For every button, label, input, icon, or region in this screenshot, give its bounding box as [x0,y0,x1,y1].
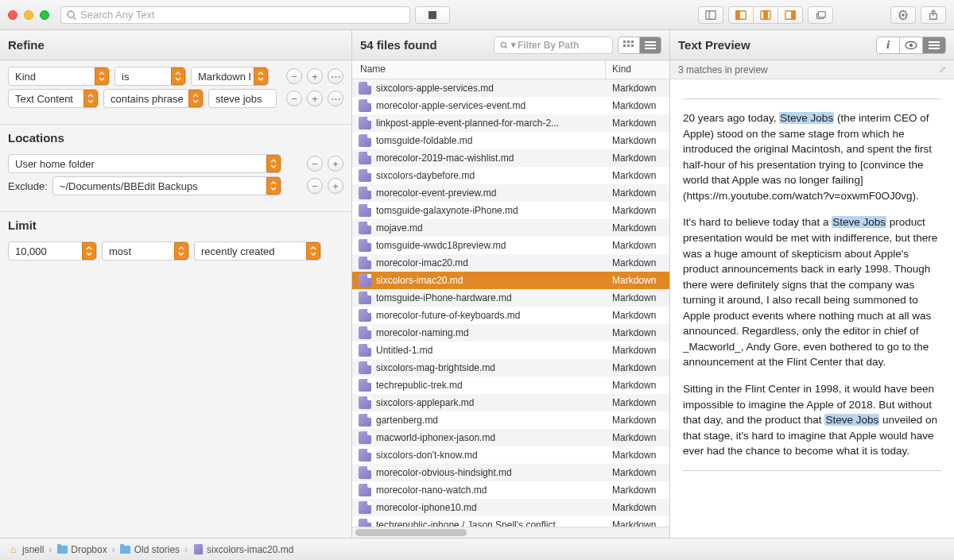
file-row[interactable]: morecolor-obvious-hindsight.mdMarkdown [352,464,669,481]
file-kind: Markdown [606,83,669,94]
file-row[interactable]: tomsguide-wwdc18preview.mdMarkdown [352,237,669,254]
stop-button[interactable] [415,6,450,24]
file-row[interactable]: sixcolors-applepark.mdMarkdown [352,394,669,411]
files-list[interactable]: sixcolors-apple-services.mdMarkdownmorec… [352,79,669,527]
info-view-button[interactable]: i [876,37,900,54]
file-kind: Markdown [606,310,669,321]
kind-field-select[interactable]: Kind [8,67,110,86]
expand-icon[interactable]: ⤢ [939,64,946,75]
file-row[interactable]: techrepublic-iphone / Jason Snell's conf… [352,516,669,527]
file-row[interactable]: Untitled-1.mdMarkdown [352,342,669,359]
text-value-input[interactable]: steve jobs [208,89,277,108]
quicklook-button[interactable] [899,37,923,54]
file-row[interactable]: morecolor-nano-watch.mdMarkdown [352,481,669,499]
add-exclude-button[interactable]: + [328,178,343,194]
remove-location-button[interactable]: − [307,156,323,172]
list-view-button[interactable] [639,37,661,54]
kind-op-select[interactable]: is [114,67,186,86]
file-row[interactable]: tomsguide-foldable.mdMarkdown [352,132,669,149]
filter-path-input[interactable]: ▾ Filter By Path [494,37,613,54]
file-row[interactable]: sixcolors-don't-know.mdMarkdown [352,446,669,464]
file-kind: Markdown [606,415,669,426]
grid-view-button[interactable] [618,37,640,54]
path-segment[interactable]: Dropbox [71,544,107,555]
remove-exclude-button[interactable]: − [307,178,323,194]
file-row[interactable]: mojave.mdMarkdown [352,219,669,237]
add-rule-button[interactable]: + [307,91,323,106]
add-rule-button[interactable]: + [307,68,323,84]
layout-left-button[interactable] [728,6,754,24]
svg-rect-5 [736,10,739,19]
file-icon [359,501,371,514]
limit-mode-select[interactable]: recently created [194,241,321,261]
file-kind: Markdown [606,380,669,391]
horizontal-scrollbar[interactable] [352,527,669,538]
exclude-select[interactable]: ~/Documents/BBEdit Backups [52,176,281,195]
sidebar-toggle-button[interactable] [698,6,723,24]
file-row[interactable]: macworld-iphonex-jason.mdMarkdown [352,429,669,446]
column-header-kind[interactable]: Kind [606,60,669,79]
kind-value-select[interactable]: Markdown D [191,67,269,86]
file-row[interactable]: sixcolors-imac20.mdMarkdown [352,272,669,289]
file-kind: Markdown [606,240,669,251]
file-row[interactable]: morecolor-imac20.mdMarkdown [352,254,669,272]
file-row[interactable]: sixcolors-daybefore.mdMarkdown [352,167,669,184]
file-row[interactable]: sixcolors-apple-services.mdMarkdown [352,79,669,97]
file-row[interactable]: gartenberg.mdMarkdown [352,411,669,429]
text-view-button[interactable] [922,37,946,54]
path-segment[interactable]: sixcolors-imac20.md [207,544,293,555]
dropdown-arrow-icon [306,242,320,260]
text-op-select[interactable]: contains phrase [103,89,204,108]
file-row[interactable]: tomsguide-galaxynote-iPhone.mdMarkdown [352,202,669,219]
file-row[interactable]: techrepublic-trek.mdMarkdown [352,377,669,394]
file-row[interactable]: morecolor-apple-services-event.mdMarkdow… [352,97,669,114]
window-toolbar: Search Any Text [0,0,954,30]
files-column-headers: Name Kind [352,60,669,79]
file-name: tomsguide-wwdc18preview.md [376,240,606,251]
file-row[interactable]: morecolor-event-preview.mdMarkdown [352,184,669,202]
path-segment[interactable]: jsnell [22,544,44,555]
filter-placeholder: Filter By Path [518,40,579,51]
folder-icon [56,544,68,555]
add-location-button[interactable]: + [328,156,343,172]
files-panel: 54 files found ▾ Filter By Path N [352,30,670,538]
scrollbar-thumb[interactable] [355,529,467,536]
svg-rect-29 [929,44,940,46]
dropdown-arrow-icon [254,68,268,85]
nest-rule-button[interactable]: ⋯ [328,91,343,106]
location-select[interactable]: User home folder [8,154,281,173]
share-button[interactable] [921,6,946,24]
svg-rect-25 [645,48,656,49]
file-row[interactable]: sixcolors-mag-brightside.mdMarkdown [352,359,669,377]
settings-button[interactable] [890,6,916,24]
remove-rule-button[interactable]: − [286,91,302,106]
limit-row: 10,000 most recently created [8,241,343,261]
file-row[interactable]: tomsguide-iPhone-hardware.mdMarkdown [352,289,669,307]
preview-text-body[interactable]: 20 years ago today, Steve Jobs (the inte… [670,79,954,538]
file-row[interactable]: morecolor-iphone10.mdMarkdown [352,499,669,516]
nest-rule-button[interactable]: ⋯ [328,68,343,84]
path-segment[interactable]: Old stories [134,544,180,555]
layout-center-button[interactable] [753,6,778,24]
minimize-window-button[interactable] [24,10,33,20]
file-row[interactable]: morecolor-future-of-keyboards.mdMarkdown [352,307,669,324]
column-header-name[interactable]: Name [352,60,606,79]
layout-right-button[interactable] [778,6,803,24]
file-kind: Markdown [606,345,669,356]
file-icon [359,222,371,234]
limit-count-select[interactable]: 10,000 [8,241,97,261]
limit-qual-select[interactable]: most [102,241,189,261]
file-kind: Markdown [606,327,669,338]
zoom-window-button[interactable] [40,10,49,20]
file-icon [359,134,371,147]
file-icon [359,292,371,304]
remove-rule-button[interactable]: − [286,68,302,84]
popout-button[interactable] [808,6,833,24]
file-row[interactable]: morecolor-2019-mac-wishlist.mdMarkdown [352,149,669,167]
file-row[interactable]: linkpost-apple-event-planned-for-march-2… [352,114,669,132]
close-window-button[interactable] [8,10,17,20]
search-input[interactable]: Search Any Text [60,6,410,24]
text-field-select[interactable]: Text Content [8,89,99,108]
file-name: sixcolors-imac20.md [376,275,606,286]
file-row[interactable]: morecolor-naming.mdMarkdown [352,324,669,342]
